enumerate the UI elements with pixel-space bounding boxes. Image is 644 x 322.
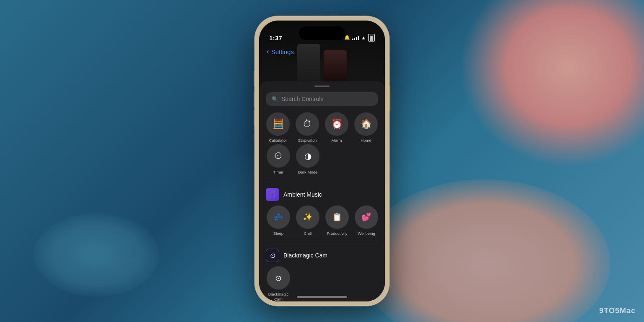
control-sleep[interactable]: 💤 Sleep	[265, 205, 291, 236]
blackmagic-cam-label: Blackmagic Cam	[265, 292, 291, 301]
bg-blob-blue	[34, 213, 159, 297]
ambient-music-app-icon: 🎵	[266, 188, 279, 201]
signal-bars-icon	[352, 35, 359, 40]
calculator-icon-wrap: 🧮	[266, 112, 290, 136]
blackmagic-cam-icon-wrap: ⊙	[267, 266, 290, 290]
divider-2	[266, 241, 378, 241]
home-label: Home	[361, 138, 371, 143]
back-button[interactable]: ‹ Settings	[267, 47, 377, 56]
wifi-icon: ▲	[361, 35, 366, 41]
control-home[interactable]: 🏠 Home	[353, 112, 379, 143]
signal-bar-2	[354, 38, 355, 40]
bg-blob-pink-right	[460, 0, 644, 168]
control-alarm[interactable]: ⏰ Alarm	[324, 112, 350, 143]
wellbeing-icon: 💕	[361, 212, 371, 222]
signal-bar-3	[356, 37, 357, 40]
home-indicator	[297, 296, 347, 298]
calculator-label: Calculator	[269, 138, 287, 143]
signal-bar-4	[358, 36, 359, 40]
timer-icon: ⏲	[274, 151, 283, 161]
control-productivity[interactable]: 📋 Productivity	[324, 205, 350, 236]
divider-1	[266, 180, 378, 180]
ambient-controls-row: 💤 Sleep ✨ Chill 📋 Product	[264, 205, 380, 236]
chill-icon-wrap: ✨	[296, 205, 319, 229]
ambient-controls-grid: 💤 Sleep ✨ Chill 📋 Product	[259, 205, 385, 236]
control-chill[interactable]: ✨ Chill	[295, 205, 321, 236]
calculator-icon: 🧮	[273, 119, 284, 130]
stopwatch-label: Stopwatch	[298, 138, 317, 143]
default-controls-grid: 🧮 Calculator ⏱ Stopwatch ⏰	[259, 112, 385, 175]
dark-mode-icon: ◑	[304, 151, 312, 161]
signal-bar-1	[352, 39, 353, 40]
sleep-icon-wrap: 💤	[267, 205, 290, 229]
controls-row-1: 🧮 Calculator ⏱ Stopwatch ⏰	[264, 112, 380, 143]
dark-mode-icon-wrap: ◑	[296, 144, 319, 168]
dark-mode-label: Dark Mode	[298, 170, 317, 174]
alarm-icon-wrap: ⏰	[325, 112, 348, 136]
search-placeholder: Search Controls	[281, 96, 323, 102]
timer-icon-wrap: ⏲	[267, 144, 290, 168]
wellbeing-icon-wrap: 💕	[355, 205, 378, 229]
screen-header: ‹ Settings	[259, 44, 385, 59]
blackmagic-name: Blackmagic Cam	[283, 252, 327, 259]
control-blackmagic-cam[interactable]: ⊙ Blackmagic Cam	[265, 266, 291, 301]
search-icon: 🔍	[272, 96, 278, 102]
chill-icon: ✨	[303, 212, 313, 222]
watermark-logo: 9TO5Mac	[599, 306, 636, 315]
control-dark-mode[interactable]: ◑ Dark Mode	[295, 144, 321, 174]
home-icon-wrap: 🏠	[354, 112, 378, 136]
back-label: Settings	[271, 48, 294, 55]
phone-screen: 1:37 🔔 ▲ ▓ ‹ Settings	[259, 21, 385, 301]
control-timer[interactable]: ⏲ Timer	[265, 144, 291, 174]
productivity-label: Productivity	[327, 231, 347, 236]
ambient-music-icon: 🎵	[268, 190, 277, 198]
control-wellbeing[interactable]: 💕 Wellbeing	[353, 205, 379, 236]
stopwatch-icon: ⏱	[303, 119, 312, 130]
bottom-sheet: 🔍 Search Controls 🧮 Calculator ⏱	[259, 81, 385, 301]
home-icon: 🏠	[361, 119, 372, 130]
blackmagic-app-icon: ⊙	[266, 249, 279, 262]
bell-icon: 🔔	[344, 35, 350, 40]
blackmagic-cam-icon: ⊙	[270, 252, 275, 260]
timer-label: Timer	[273, 170, 283, 174]
stopwatch-icon-wrap: ⏱	[296, 112, 319, 136]
control-calculator[interactable]: 🧮 Calculator	[265, 112, 291, 143]
productivity-icon: 📋	[332, 212, 342, 222]
productivity-icon-wrap: 📋	[325, 205, 349, 229]
controls-row-2: ⏲ Timer ◑ Dark Mode	[264, 144, 380, 174]
blackmagic-cam-ctrl-icon: ⊙	[275, 273, 282, 283]
chill-label: Chill	[304, 231, 312, 236]
sleep-icon: 💤	[273, 212, 283, 222]
status-icons: 🔔 ▲ ▓	[344, 34, 375, 42]
battery-icon: ▓	[368, 34, 375, 42]
phone-frame: 1:37 🔔 ▲ ▓ ‹ Settings	[255, 16, 389, 306]
bg-blob-pink-bottom	[359, 179, 610, 322]
wellbeing-label: Wellbeing	[358, 231, 375, 236]
blackmagic-header: ⊙ Blackmagic Cam	[259, 246, 385, 266]
sheet-handle	[314, 86, 330, 87]
dynamic-island	[299, 26, 345, 40]
search-bar[interactable]: 🔍 Search Controls	[266, 92, 378, 106]
alarm-icon: ⏰	[331, 119, 343, 130]
alarm-label: Alarm	[332, 138, 342, 143]
chevron-left-icon: ‹	[267, 47, 269, 56]
ambient-music-name: Ambient Music	[283, 191, 322, 198]
ambient-music-header: 🎵 Ambient Music	[259, 185, 385, 205]
sleep-label: Sleep	[273, 231, 283, 236]
control-stopwatch[interactable]: ⏱ Stopwatch	[294, 112, 320, 143]
